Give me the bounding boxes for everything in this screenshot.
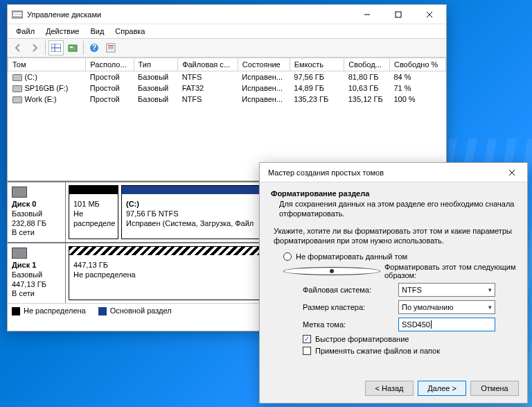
partition[interactable]: 101 МБНе распределе (69, 185, 118, 239)
column-header[interactable]: Состояние (238, 58, 290, 71)
label-volume: Метка тома: (303, 320, 393, 329)
volume-label-input[interactable]: SSD450 (398, 318, 495, 331)
svg-rect-1 (13, 12, 21, 14)
help-button[interactable]: ? (87, 40, 102, 55)
legend-primary: Основной раздел (110, 306, 172, 315)
wizard-title: Мастер создания простых томов (264, 168, 498, 177)
filesystem-select[interactable]: NTFS ▾ (398, 283, 495, 297)
wizard-heading: Форматирование раздела (271, 189, 516, 198)
disk-header[interactable]: Диск 1Базовый447,13 ГБВ сети (8, 243, 66, 303)
disk-icon (12, 187, 27, 198)
column-header[interactable]: Свобод... (344, 58, 390, 71)
radio-do-format[interactable]: Форматировать этот том следующим образом… (283, 263, 516, 279)
chevron-down-icon: ▾ (488, 304, 492, 311)
legend-unalloc: Не распределена (24, 306, 86, 315)
svg-rect-16 (108, 47, 114, 48)
filesystem-value: NTFS (402, 286, 422, 294)
radio-no-format-label: Не форматировать данный том (296, 252, 407, 261)
window-title: Управление дисками (27, 10, 351, 19)
column-header[interactable]: Располо... (86, 58, 134, 71)
close-icon[interactable] (498, 163, 526, 182)
svg-rect-17 (108, 49, 114, 49)
minimize-button[interactable] (351, 5, 382, 24)
menu-action[interactable]: Действие (42, 26, 83, 37)
radio-icon (283, 267, 380, 275)
close-button[interactable] (414, 5, 445, 24)
back-button[interactable]: < Назад (365, 381, 414, 396)
label-cluster: Размер кластера: (303, 303, 393, 311)
column-header[interactable]: Емкость (290, 58, 344, 71)
radio-icon (283, 252, 292, 261)
radio-no-format[interactable]: Не форматировать данный том (283, 252, 516, 261)
disk-icon (12, 248, 27, 259)
nav-fwd-button[interactable] (27, 40, 42, 55)
menu-view[interactable]: Вид (86, 26, 108, 37)
menu-file[interactable]: Файл (12, 26, 39, 37)
cancel-button[interactable]: Отмена (470, 381, 519, 396)
label-filesystem: Файловая система: (303, 286, 393, 294)
svg-rect-11 (70, 46, 73, 48)
table-row[interactable]: (C:)ПростойБазовыйNTFSИсправен...97,56 Г… (8, 71, 446, 83)
checkbox-compress[interactable]: Применять сжатие файлов и папок (303, 347, 516, 355)
tool-layout-button[interactable] (48, 40, 64, 55)
volume-label-value: SSD450 (402, 320, 430, 329)
menubar: Файл Действие Вид Справка (8, 24, 446, 38)
radio-do-format-label: Форматировать этот том следующим образом… (384, 263, 516, 279)
disk-header[interactable]: Диск 0Базовый232,88 ГБВ сети (8, 182, 66, 242)
table-row[interactable]: Work (E:)ПростойБазовыйNTFSИсправен...13… (8, 94, 446, 105)
checkbox-icon: ✓ (303, 335, 311, 343)
chevron-down-icon: ▾ (488, 286, 492, 293)
toolbar: ? (8, 38, 446, 58)
column-header[interactable]: Свободно % (389, 58, 445, 71)
wizard-text: Укажите, хотите ли вы форматировать этот… (274, 226, 516, 246)
svg-rect-10 (69, 45, 77, 51)
next-button[interactable]: Далее > (418, 381, 466, 396)
menu-help[interactable]: Справка (111, 26, 149, 37)
column-header[interactable]: Тип (134, 58, 178, 71)
app-icon (12, 10, 23, 19)
svg-rect-2 (13, 15, 21, 16)
refresh-button[interactable] (65, 40, 80, 55)
column-header[interactable]: Том (8, 58, 86, 71)
checkbox-quick-label: Быстрое форматирование (315, 335, 409, 343)
svg-text:?: ? (92, 43, 97, 51)
checkbox-icon (303, 347, 311, 355)
wizard-titlebar[interactable]: Мастер создания простых томов (260, 163, 527, 182)
checkbox-quick-format[interactable]: ✓ Быстрое форматирование (303, 335, 516, 343)
table-row[interactable]: SP16GB (F:)ПростойБазовыйFAT32Исправен..… (8, 83, 446, 94)
column-header[interactable]: Файловая с... (178, 58, 238, 71)
properties-button[interactable] (103, 40, 118, 55)
nav-back-button[interactable] (10, 40, 26, 55)
cluster-select[interactable]: По умолчанию ▾ (398, 300, 495, 314)
maximize-button[interactable] (382, 5, 414, 24)
titlebar[interactable]: Управление дисками (8, 5, 446, 24)
svg-rect-15 (108, 45, 114, 46)
svg-rect-4 (396, 12, 401, 17)
wizard-dialog: Мастер создания простых томов Форматиров… (259, 162, 528, 404)
cluster-value: По умолчанию (402, 303, 453, 311)
wizard-subtext: Для сохранения данных на этом разделе ег… (279, 199, 516, 219)
checkbox-compress-label: Применять сжатие файлов и папок (315, 347, 440, 355)
